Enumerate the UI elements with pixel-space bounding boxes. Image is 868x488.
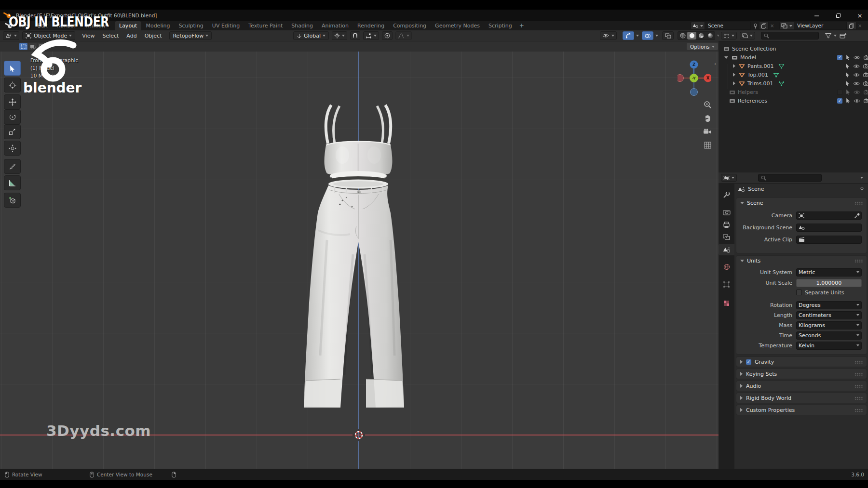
- scene-name-field[interactable]: Scene: [705, 22, 751, 30]
- render-camera-icon[interactable]: [863, 72, 868, 77]
- tool-add-cube[interactable]: [4, 193, 21, 208]
- render-camera-icon[interactable]: [863, 64, 868, 68]
- object-visibility-dropdown[interactable]: [600, 31, 617, 40]
- unit-system-dropdown[interactable]: Metric: [796, 268, 862, 277]
- outliner-editor-type-button[interactable]: [721, 32, 737, 40]
- tab-sculpting[interactable]: Sculpting: [174, 21, 207, 30]
- tab-modeling[interactable]: Modeling: [141, 21, 174, 30]
- tool-measure[interactable]: [4, 175, 21, 190]
- menu-object[interactable]: Object: [145, 33, 162, 39]
- properties-editor-type-button[interactable]: [721, 174, 737, 182]
- gravity-panel[interactable]: ✓ Gravity: [736, 356, 867, 367]
- background-scene-field[interactable]: [796, 224, 862, 232]
- pin-icon[interactable]: [753, 23, 758, 29]
- menu-add[interactable]: Add: [126, 33, 136, 39]
- render-camera-icon[interactable]: [864, 90, 868, 94]
- custom-properties-panel[interactable]: Custom Properties: [736, 405, 867, 415]
- gravity-checkbox[interactable]: ✓: [746, 359, 751, 365]
- separate-units-checkbox[interactable]: [796, 290, 802, 295]
- tool-move[interactable]: [4, 94, 21, 109]
- tab-scene[interactable]: [719, 244, 734, 255]
- new-scene-button[interactable]: [759, 22, 769, 30]
- pin-icon[interactable]: [859, 186, 865, 192]
- tab-texture-paint[interactable]: Texture Paint: [244, 21, 287, 30]
- outliner-row-trims[interactable]: Trims.001: [719, 79, 868, 88]
- tool-cursor[interactable]: [4, 78, 21, 92]
- outliner-row-pants[interactable]: Pants.001: [719, 62, 868, 70]
- unit-scale-slider[interactable]: 1.000000: [796, 279, 862, 287]
- hide-eye-icon[interactable]: [854, 90, 860, 94]
- orthographic-toggle-button[interactable]: [702, 140, 713, 150]
- outliner-row-model[interactable]: Model ✓: [719, 53, 868, 62]
- units-panel-header[interactable]: Units: [736, 256, 867, 265]
- time-dropdown[interactable]: Seconds: [796, 331, 862, 340]
- tool-select-box[interactable]: [4, 61, 21, 76]
- close-button[interactable]: ×: [853, 10, 867, 21]
- rotation-dropdown[interactable]: Degrees: [796, 301, 862, 309]
- shading-material-button[interactable]: [696, 32, 705, 40]
- editor-type-button[interactable]: [3, 31, 19, 40]
- active-clip-field[interactable]: [796, 236, 862, 244]
- tab-uv-editing[interactable]: UV Editing: [208, 21, 244, 30]
- pivot-point-dropdown[interactable]: [332, 31, 347, 40]
- outliner-search-input[interactable]: [761, 32, 819, 40]
- hide-eye-icon[interactable]: [854, 55, 860, 60]
- scene-panel-header[interactable]: Scene: [736, 198, 867, 208]
- temperature-dropdown[interactable]: Kelvin: [796, 342, 862, 350]
- shading-wireframe-button[interactable]: [678, 32, 687, 40]
- pan-hand-button[interactable]: [702, 113, 713, 123]
- properties-options-dropdown[interactable]: [860, 177, 863, 179]
- selectable-pointer-icon[interactable]: [845, 80, 850, 86]
- tab-world[interactable]: [719, 261, 734, 273]
- render-camera-icon[interactable]: [864, 98, 868, 103]
- tab-layout[interactable]: Layout: [115, 21, 141, 30]
- pants-garment[interactable]: [304, 185, 404, 408]
- scene-browse-button[interactable]: [691, 22, 705, 30]
- outliner-filter-button[interactable]: [825, 33, 837, 39]
- cursor-3d[interactable]: [353, 429, 365, 441]
- properties-search-input[interactable]: [758, 174, 822, 182]
- tab-render[interactable]: [719, 206, 734, 218]
- proportional-editing-toggle[interactable]: [382, 31, 393, 40]
- tool-rotate[interactable]: [4, 109, 21, 124]
- tab-output[interactable]: [719, 219, 734, 231]
- selectable-pointer-icon[interactable]: [846, 89, 850, 95]
- rigid-body-world-panel[interactable]: Rigid Body World: [736, 393, 867, 403]
- new-view-layer-button[interactable]: [847, 22, 856, 30]
- shading-rendered-button[interactable]: [705, 32, 715, 40]
- keying-sets-panel[interactable]: Keying Sets: [736, 369, 867, 379]
- clothing-model[interactable]: [270, 95, 448, 413]
- gizmo-neg-x-axis[interactable]: [678, 75, 684, 82]
- navigation-gizmo[interactable]: Z X -Y: [678, 57, 711, 101]
- tool-annotate[interactable]: [4, 159, 21, 174]
- camera-field[interactable]: [796, 211, 862, 220]
- new-collection-button[interactable]: [840, 33, 847, 39]
- outliner-display-mode-button[interactable]: [740, 32, 755, 40]
- render-camera-icon[interactable]: [864, 55, 868, 60]
- hide-eye-icon[interactable]: [854, 99, 860, 103]
- tab-tool[interactable]: [719, 189, 734, 200]
- hide-eye-icon[interactable]: [853, 81, 860, 86]
- zoom-button[interactable]: [702, 99, 713, 110]
- camera-view-button[interactable]: [702, 126, 713, 137]
- tool-options-dropdown[interactable]: Options: [687, 43, 718, 50]
- sidebar-collapse-arrow[interactable]: ‹: [714, 61, 716, 66]
- hide-eye-icon[interactable]: [853, 73, 860, 77]
- length-dropdown[interactable]: Centimeters: [796, 311, 862, 319]
- snap-target-dropdown[interactable]: [363, 31, 379, 40]
- tab-texture[interactable]: [719, 297, 734, 309]
- proportional-falloff-dropdown[interactable]: [395, 31, 412, 40]
- outliner-row-references[interactable]: References ✓: [719, 96, 868, 105]
- xray-toggle[interactable]: [662, 31, 674, 40]
- hide-eye-icon[interactable]: [853, 64, 860, 68]
- tool-transform[interactable]: [4, 141, 21, 156]
- collection-checkbox[interactable]: ✓: [837, 98, 842, 104]
- collection-checkbox[interactable]: [837, 90, 842, 95]
- tab-compositing[interactable]: Compositing: [389, 21, 431, 30]
- selectable-pointer-icon[interactable]: [846, 54, 850, 60]
- show-overlays-toggle[interactable]: [642, 31, 653, 40]
- show-gizmo-toggle[interactable]: [623, 31, 634, 40]
- shading-solid-button[interactable]: [687, 32, 696, 40]
- add-workspace-button[interactable]: +: [516, 22, 527, 29]
- orientation-dropdown[interactable]: Global: [293, 31, 329, 40]
